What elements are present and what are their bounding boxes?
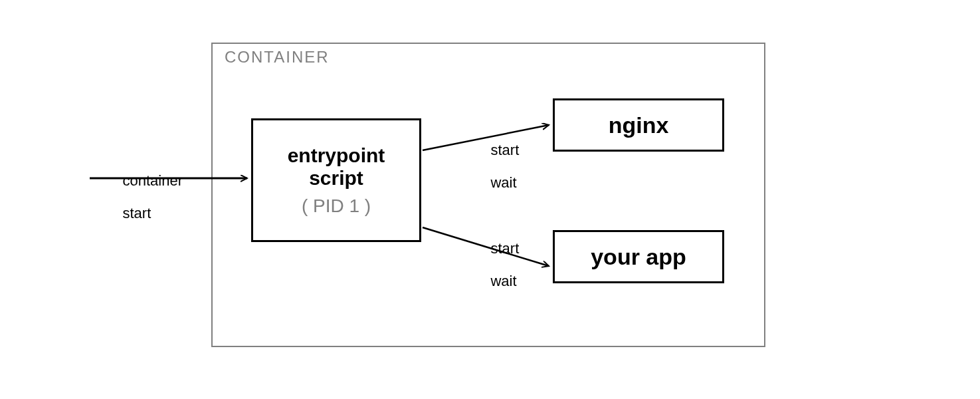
container-label: CONTAINER (225, 48, 330, 66)
entrypoint-box: entrypoint script ( PID 1 ) (251, 118, 421, 242)
edge-container-start-line2: start (122, 205, 151, 221)
entrypoint-title-line1: entrypoint (288, 144, 385, 168)
nginx-label: nginx (609, 112, 669, 138)
edge-label-container-start: container start (106, 157, 183, 237)
app-label: your app (591, 244, 686, 270)
edge-container-start-line1: container (122, 172, 183, 189)
edge-to-app-line2: wait (490, 273, 516, 289)
edge-label-to-app: start wait (474, 225, 519, 305)
edge-to-nginx-line2: wait (490, 174, 516, 191)
entrypoint-subtitle: ( PID 1 ) (302, 196, 371, 217)
app-box: your app (553, 230, 724, 283)
entrypoint-title-line2: script (309, 167, 363, 190)
edge-to-nginx-line1: start (490, 142, 519, 158)
edge-to-app-line1: start (490, 240, 519, 257)
diagram-stage: CONTAINER entrypoint script ( PID 1 ) ng… (0, 0, 980, 399)
nginx-box: nginx (553, 98, 724, 152)
edge-label-to-nginx: start wait (474, 126, 519, 207)
